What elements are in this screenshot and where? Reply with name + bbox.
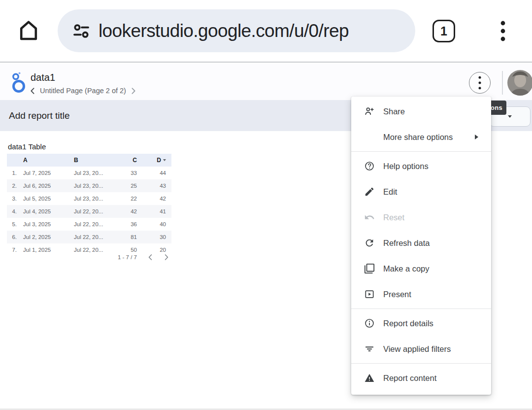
table-row: 4. Jul 4, 2025 Jul 22, 20... 42 41 bbox=[7, 205, 171, 218]
tab-switcher-button[interactable]: 1 bbox=[432, 20, 455, 42]
chevron-left-icon[interactable] bbox=[30, 87, 35, 95]
more-options-menu: Share More share options Help options Ed… bbox=[351, 97, 491, 395]
table-row: 5. Jul 3, 2025 Jul 22, 20... 36 40 bbox=[7, 218, 171, 231]
url-text[interactable]: lookerstudio.google.com/u/0/rep bbox=[99, 21, 349, 41]
browser-toolbar: lookerstudio.google.com/u/0/rep 1 bbox=[0, 0, 532, 63]
sort-desc-icon bbox=[163, 159, 166, 161]
site-settings-icon[interactable] bbox=[70, 20, 92, 42]
page-breadcrumb-label[interactable]: Untitled Page (Page 2 of 2) bbox=[40, 87, 126, 95]
column-header-a[interactable]: A bbox=[20, 157, 71, 164]
tab-count: 1 bbox=[440, 24, 447, 38]
column-header-c[interactable]: C bbox=[125, 157, 143, 164]
pagination-range: 1 - 7 / 7 bbox=[118, 254, 137, 260]
table-row: 2. Jul 6, 2025 Jul 23, 20... 25 43 bbox=[7, 179, 171, 192]
menu-item-view-applied-filters[interactable]: View applied filters bbox=[351, 336, 491, 362]
table-row: 3. Jul 5, 2025 Jul 23, 20... 22 42 bbox=[7, 192, 171, 205]
menu-item-share[interactable]: Share bbox=[351, 99, 491, 124]
copy-icon bbox=[364, 263, 375, 274]
table-title: data1 Table bbox=[8, 142, 46, 151]
more-options-button[interactable] bbox=[469, 72, 491, 94]
empty-icon-slot bbox=[364, 132, 375, 142]
table-row: 1. Jul 7, 2025 Jul 23, 20... 33 44 bbox=[7, 167, 171, 179]
info-icon bbox=[364, 318, 375, 329]
chevron-right-icon bbox=[164, 254, 169, 261]
looker-studio-logo-icon bbox=[10, 71, 29, 95]
column-header-b[interactable]: B bbox=[71, 157, 125, 164]
chevron-left-icon bbox=[147, 254, 153, 261]
refresh-icon bbox=[364, 238, 375, 248]
menu-divider bbox=[351, 363, 491, 364]
screen: lookerstudio.google.com/u/0/rep 1 data1 … bbox=[0, 0, 532, 410]
pagination-next-button[interactable] bbox=[164, 254, 169, 261]
chevron-right-icon[interactable] bbox=[131, 87, 136, 95]
submenu-arrow-icon bbox=[475, 135, 478, 139]
menu-item-help-options[interactable]: Help options bbox=[351, 153, 491, 179]
data-table: A B C D 1. Jul 7, 2025 Jul 23, 20... 33 … bbox=[7, 154, 171, 256]
menu-item-edit[interactable]: Edit bbox=[351, 179, 491, 205]
home-icon bbox=[17, 19, 40, 42]
url-bar[interactable]: lookerstudio.google.com/u/0/rep bbox=[58, 9, 415, 52]
warning-icon bbox=[364, 373, 375, 383]
menu-item-refresh-data[interactable]: Refresh data bbox=[351, 230, 491, 256]
browser-menu-icon[interactable] bbox=[496, 19, 510, 43]
table-row: 6. Jul 2, 2025 Jul 22, 20... 81 30 bbox=[7, 231, 171, 243]
help-icon bbox=[364, 161, 375, 171]
menu-item-reset[interactable]: Reset bbox=[351, 205, 491, 230]
menu-divider bbox=[351, 151, 491, 152]
menu-item-more-share-options[interactable]: More share options bbox=[351, 124, 491, 150]
kebab-icon bbox=[478, 76, 481, 90]
table-header-row: A B C D bbox=[7, 154, 171, 167]
table-pagination: 1 - 7 / 7 bbox=[7, 251, 171, 263]
pencil-icon bbox=[364, 186, 375, 197]
report-title: data1 bbox=[31, 72, 55, 83]
home-button[interactable] bbox=[17, 19, 40, 42]
person-add-icon bbox=[364, 106, 375, 117]
avatar[interactable] bbox=[507, 70, 532, 96]
menu-item-present[interactable]: Present bbox=[351, 281, 491, 307]
avatar-photo bbox=[507, 70, 532, 96]
header-divider bbox=[502, 71, 503, 95]
present-icon bbox=[364, 289, 375, 300]
page-navigation: Untitled Page (Page 2 of 2) bbox=[30, 87, 136, 95]
column-header-d[interactable]: D bbox=[143, 157, 171, 164]
pagination-prev-button[interactable] bbox=[147, 254, 153, 261]
menu-item-report-content[interactable]: Report content bbox=[351, 365, 491, 391]
menu-divider bbox=[351, 308, 491, 309]
caret-down-icon bbox=[508, 115, 512, 118]
report-title-placeholder[interactable]: Add report title bbox=[9, 100, 70, 131]
menu-item-make-a-copy[interactable]: Make a copy bbox=[351, 256, 491, 281]
menu-item-report-details[interactable]: Report details bbox=[351, 310, 491, 336]
undo-icon bbox=[364, 212, 375, 223]
filter-icon bbox=[364, 343, 375, 354]
report-header: data1 Untitled Page (Page 2 of 2) bbox=[0, 64, 532, 100]
